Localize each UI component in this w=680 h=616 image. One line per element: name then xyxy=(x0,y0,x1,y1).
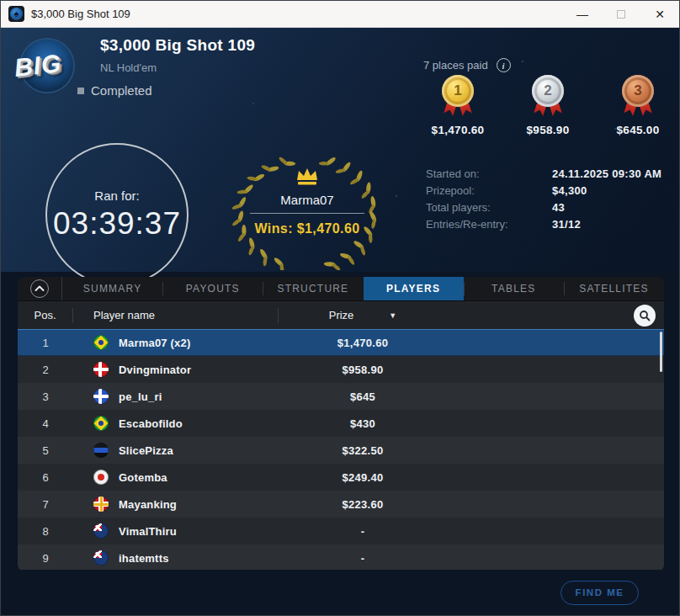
player-row-1[interactable]: 1Marma07 (x2)$1,470.60 xyxy=(18,329,664,356)
player-row-5[interactable]: 5SlicePizza$322.50 xyxy=(18,437,664,464)
medal-place-2: 2$958.90 xyxy=(516,75,580,136)
medal-amount: $645.00 xyxy=(617,124,660,136)
player-row-6[interactable]: 6Gotemba$249.40 xyxy=(18,464,664,491)
tournament-lobby-window: ♠ $3,000 Big Shot 109 — ✕ BIG $3,000 Big… xyxy=(0,0,680,616)
player-prize: $645 xyxy=(279,390,447,403)
player-position: 8 xyxy=(18,525,73,538)
status-bullet-icon xyxy=(77,88,84,94)
player-prize: $322.50 xyxy=(279,444,447,457)
player-row-4[interactable]: 4Escabofildo$430 xyxy=(18,410,664,437)
medal-gold-icon: 1 xyxy=(439,75,476,122)
player-name: Gotemba xyxy=(119,471,167,484)
maximize-button[interactable] xyxy=(602,1,640,27)
players-list: 1Marma07 (x2)$1,470.602Dvingminator$958.… xyxy=(18,329,664,571)
stat-row: Prizepool:$4,300 xyxy=(426,182,670,199)
tournament-stats: Started on:24.11.2025 09:30 AMPrizepool:… xyxy=(426,165,670,232)
stat-value: 24.11.2025 09:30 AM xyxy=(552,167,661,180)
prize-sort-caret-icon[interactable]: ▼ xyxy=(389,311,396,320)
player-name: VimalThiru xyxy=(119,525,177,538)
player-row-7[interactable]: 7Mayanking$223.60 xyxy=(18,491,664,518)
top-prizes: 1$1,470.602$958.903$645.00 xyxy=(426,75,670,136)
close-button[interactable]: ✕ xyxy=(640,1,679,27)
tab-satellites[interactable]: SATELLITES xyxy=(564,277,664,300)
stat-value: 31/12 xyxy=(552,218,581,231)
player-position: 1 xyxy=(18,337,73,349)
australia-flag-icon xyxy=(93,523,109,539)
column-prize[interactable]: Prize ▼ xyxy=(279,309,447,321)
stat-label: Total players: xyxy=(426,201,552,214)
search-button[interactable] xyxy=(634,305,656,327)
player-position: 6 xyxy=(18,471,73,484)
player-name: Escabofildo xyxy=(119,417,183,430)
brazil-flag-icon xyxy=(93,335,109,350)
player-name: Marma07 (x2) xyxy=(119,337,191,349)
stat-label: Started on: xyxy=(426,167,552,180)
denmark-flag-icon xyxy=(93,362,109,377)
stat-row: Total players:43 xyxy=(426,199,670,215)
medal-amount: $958.90 xyxy=(527,124,570,136)
japan-flag-icon xyxy=(93,470,109,485)
player-position: 9 xyxy=(18,552,73,565)
stat-label: Entries/Re-entry: xyxy=(426,218,552,231)
player-prize: $249.40 xyxy=(279,471,447,484)
player-prize: - xyxy=(279,552,447,565)
big-series-logo: BIG xyxy=(14,36,78,97)
medal-place-3: 3$645.00 xyxy=(606,75,670,136)
column-pos[interactable]: Pos. xyxy=(18,308,73,323)
player-name: SlicePizza xyxy=(119,444,173,457)
player-prize: $958.90 xyxy=(279,364,447,376)
player-row-9[interactable]: 9ihatemtts- xyxy=(18,544,664,571)
tab-structure[interactable]: STRUCTURE xyxy=(263,277,363,300)
tournament-status: Completed xyxy=(77,83,152,98)
minimize-button[interactable]: — xyxy=(563,1,602,27)
player-position: 4 xyxy=(18,417,73,430)
app-spade-icon: ♠ xyxy=(8,6,24,22)
titlebar: ♠ $3,000 Big Shot 109 — ✕ xyxy=(1,1,679,28)
tab-payouts[interactable]: PAYOUTS xyxy=(162,277,263,300)
player-row-2[interactable]: 2Dvingminator$958.90 xyxy=(18,356,664,383)
tab-tables[interactable]: TABLES xyxy=(464,277,564,300)
crown-icon xyxy=(295,167,320,186)
tab-bar: SUMMARYPAYOUTSSTRUCTUREPLAYERSTABLESSATE… xyxy=(18,277,664,300)
winner-name: Marma07 xyxy=(226,193,388,207)
column-player-name[interactable]: Player name xyxy=(73,308,279,323)
tab-summary[interactable]: SUMMARY xyxy=(62,277,162,300)
stat-value: $4,300 xyxy=(552,184,587,197)
window-title: $3,000 Big Shot 109 xyxy=(31,8,130,20)
player-name: ihatemtts xyxy=(119,552,169,565)
game-type: NL Hold'em xyxy=(100,61,157,74)
winner-amount: Wins: $1,470.60 xyxy=(226,221,388,236)
collapse-panel-button[interactable] xyxy=(30,279,49,298)
player-position: 7 xyxy=(18,498,73,511)
medal-amount: $1,470.60 xyxy=(432,124,485,136)
table-header: Pos. Player name Prize ▼ xyxy=(18,300,664,329)
guernsey-flag-icon xyxy=(93,497,109,512)
lobby-panel: SUMMARYPAYOUTSSTRUCTUREPLAYERSTABLESSATE… xyxy=(18,277,664,571)
player-row-8[interactable]: 8VimalThiru- xyxy=(18,518,664,544)
winner-laurel: Marma07 Wins: $1,470.60 xyxy=(226,152,388,270)
player-position: 3 xyxy=(18,390,73,403)
tournament-header: BIG $3,000 Big Shot 109 NL Hold'em Compl… xyxy=(1,28,679,272)
info-icon[interactable]: i xyxy=(497,58,511,72)
australia-flag-icon xyxy=(93,550,109,566)
medal-place-1: 1$1,470.60 xyxy=(426,75,490,136)
medal-bronze-icon: 3 xyxy=(619,75,656,122)
scrollbar-thumb[interactable] xyxy=(660,332,662,372)
finland-flag-icon xyxy=(93,389,109,404)
search-icon xyxy=(639,310,651,321)
player-row-3[interactable]: 3pe_lu_ri$645 xyxy=(18,383,664,410)
places-paid: 7 places paid i xyxy=(423,58,511,72)
player-prize: $430 xyxy=(279,417,447,430)
find-me-button[interactable]: FIND ME xyxy=(560,581,639,605)
footer-bar: FIND ME xyxy=(1,570,679,615)
brazil-flag-icon xyxy=(93,416,109,431)
duration-value: 03:39:37 xyxy=(53,206,181,242)
player-name: Mayanking xyxy=(119,498,177,511)
winner-divider xyxy=(250,213,364,214)
stat-label: Prizepool: xyxy=(426,184,552,197)
player-prize: $1,470.60 xyxy=(279,337,447,349)
stat-row: Entries/Re-entry:31/12 xyxy=(426,215,670,232)
tab-players[interactable]: PLAYERS xyxy=(364,277,464,300)
player-prize: - xyxy=(279,525,447,538)
estonia-flag-icon xyxy=(93,443,109,458)
